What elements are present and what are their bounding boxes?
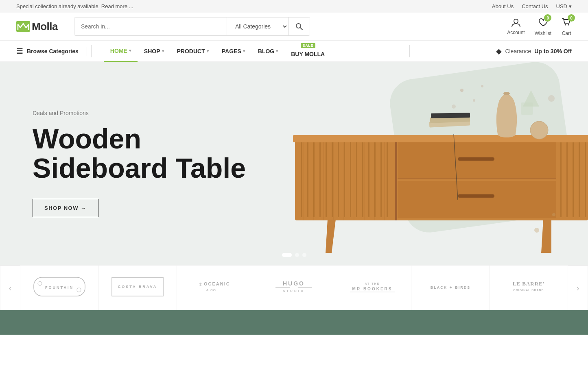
svg-rect-38 [395, 139, 397, 220]
clearance-promo[interactable]: ◆ Clearance Up to 30% Off [496, 47, 572, 56]
clearance-discount: Up to 30% Off [534, 48, 572, 54]
svg-rect-35 [374, 142, 376, 217]
svg-text:LE BARRE': LE BARRE' [513, 281, 545, 287]
brand-item-costa-brava[interactable]: COSTA BRAVA [98, 266, 177, 310]
svg-rect-55 [431, 113, 470, 118]
svg-rect-30 [344, 142, 345, 217]
svg-rect-23 [301, 142, 302, 217]
search-button[interactable] [288, 17, 310, 35]
brands-list: FOUNTAIN COSTA BRAVA ‡ OCEANIC & CO [20, 266, 568, 310]
browse-categories-button[interactable]: ☰ Browse Categories [16, 47, 87, 56]
nav-buy-molla[interactable]: SALE BUY MOLLA [284, 41, 331, 62]
nav-pages-label: PAGES [222, 48, 241, 54]
logo[interactable]: Molla [16, 20, 58, 33]
brand-item-oceanic[interactable]: ‡ OCEANIC & CO [177, 266, 255, 310]
svg-text:Original Brand: Original Brand [514, 289, 544, 292]
browse-label: Browse Categories [27, 48, 79, 54]
slide-dot-2[interactable] [295, 253, 299, 257]
slide-dot-3[interactable] [302, 253, 306, 257]
nav-home[interactable]: HOME ▾ [104, 41, 138, 62]
decor-circle [552, 213, 555, 216]
svg-rect-41 [458, 157, 494, 161]
brand-logo-fountain: FOUNTAIN [33, 277, 86, 299]
shop-now-button[interactable]: SHOP NOW → [33, 199, 98, 217]
svg-rect-36 [380, 142, 382, 217]
svg-rect-44 [560, 142, 562, 217]
svg-text:STUDIO: STUDIO [283, 289, 305, 293]
svg-rect-33 [362, 142, 363, 217]
category-select[interactable]: All Categories Furniture Decor Lighting … [227, 17, 288, 35]
svg-rect-45 [566, 142, 568, 217]
about-us-link[interactable]: About Us [492, 3, 514, 9]
clearance-text: Clearance [505, 48, 531, 54]
svg-marker-51 [541, 220, 551, 253]
topbar: Special collection already available. Re… [0, 0, 588, 13]
wishlist-button[interactable]: 0 Wishlist [535, 17, 551, 36]
nav-shop[interactable]: SHOP ▾ [138, 41, 170, 62]
search-bar: All Categories Furniture Decor Lighting … [74, 17, 310, 36]
brand-logo-le-barre: LE BARRE' Original Brand [502, 277, 555, 299]
svg-text:FOUNTAIN: FOUNTAIN [45, 285, 74, 290]
hero-content: Deals and Promotions WoodenSideboard Tab… [0, 110, 294, 217]
user-icon [511, 17, 521, 28]
nav-home-label: HOME [110, 48, 127, 54]
logo-text: Molla [32, 20, 58, 33]
svg-rect-28 [332, 142, 333, 217]
topbar-right: About Us Contact Us USD ▾ [492, 3, 572, 9]
currency-selector[interactable]: USD ▾ [556, 3, 572, 9]
brand-logo-costa-brava: COSTA BRAVA [111, 277, 164, 299]
svg-rect-24 [307, 142, 308, 217]
navbar: ☰ Browse Categories HOME ▾ SHOP ▾ PRODUC… [0, 41, 588, 62]
header-icons: Account 0 Wishlist 0 Cart [507, 17, 572, 36]
slider-dots [282, 253, 306, 257]
nav-pages[interactable]: PAGES ▾ [215, 41, 251, 62]
brands-prev-button[interactable]: ‹ [0, 266, 20, 310]
svg-rect-47 [579, 142, 580, 217]
nav-blog-label: BLOG [258, 48, 274, 54]
chevron-down-icon: ▾ [276, 49, 278, 53]
svg-rect-46 [573, 142, 574, 217]
svg-rect-71 [275, 287, 290, 288]
svg-point-57 [503, 92, 510, 95]
chevron-down-icon: ▾ [129, 48, 131, 53]
sale-badge: SALE [301, 43, 315, 48]
brand-item-hugo[interactable]: HUGO STUDIO [255, 266, 333, 310]
svg-rect-48 [585, 142, 586, 217]
brand-logo-mr-bookers: — AT THE — MR BOOKERS [346, 277, 399, 299]
diamond-icon: ◆ [496, 47, 502, 56]
hero-subtitle: Deals and Promotions [33, 110, 262, 116]
hero-section: Deals and Promotions WoodenSideboard Tab… [0, 62, 588, 265]
cart-label: Cart [562, 30, 571, 36]
svg-rect-34 [368, 142, 369, 217]
svg-text:MR BOOKERS: MR BOOKERS [352, 287, 392, 291]
slide-dot-1[interactable] [282, 253, 292, 257]
svg-rect-40 [398, 181, 556, 218]
brand-item-le-barre[interactable]: LE BARRE' Original Brand [490, 266, 568, 310]
account-button[interactable]: Account [507, 17, 525, 35]
brand-item-black-birds[interactable]: BLACK ✦ BIRDS [411, 266, 490, 310]
nav-blog[interactable]: BLOG ▾ [251, 41, 284, 62]
brand-logo-oceanic: ‡ OCEANIC & CO [193, 277, 238, 299]
chevron-down-icon: ▾ [207, 49, 209, 53]
brand-item-fountain[interactable]: FOUNTAIN [20, 266, 98, 310]
svg-line-2 [300, 28, 302, 30]
svg-point-5 [568, 24, 569, 26]
brands-next-button[interactable]: › [568, 266, 588, 310]
cart-badge: 0 [568, 14, 575, 22]
nav-product[interactable]: PRODUCT ▾ [170, 41, 215, 62]
contact-us-link[interactable]: Contact Us [522, 3, 548, 9]
brand-logo-black-birds: BLACK ✦ BIRDS [424, 277, 477, 299]
nav-shop-label: SHOP [144, 48, 160, 54]
svg-rect-27 [326, 142, 327, 217]
nav-links: HOME ▾ SHOP ▾ PRODUCT ▾ PAGES ▾ BLOG ▾ S… [104, 41, 331, 62]
cart-button[interactable]: 0 Cart [561, 17, 572, 36]
brand-item-mr-bookers[interactable]: — AT THE — MR BOOKERS [333, 266, 411, 310]
chevron-down-icon: ▾ [162, 49, 164, 53]
search-input[interactable] [74, 17, 227, 35]
svg-rect-26 [319, 142, 321, 217]
announcement-text: Special collection already available. Re… [16, 3, 133, 9]
svg-point-3 [514, 19, 518, 23]
bottom-teaser-bar [0, 310, 588, 335]
chevron-right-icon: › [577, 283, 579, 293]
chevron-down-icon: ▾ [569, 3, 572, 9]
